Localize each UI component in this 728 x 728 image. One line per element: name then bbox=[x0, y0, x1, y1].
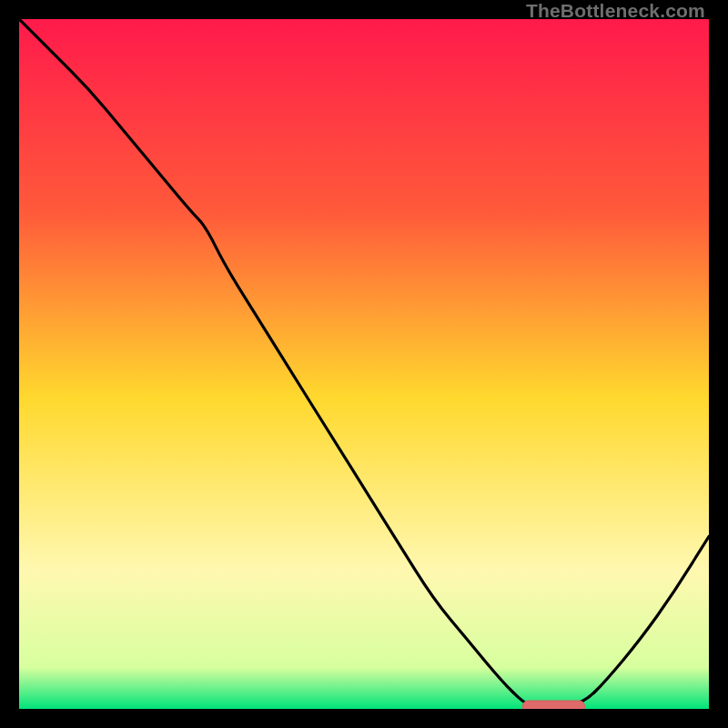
bottleneck-chart bbox=[19, 19, 709, 709]
optimum-marker bbox=[522, 701, 584, 709]
gradient-background bbox=[19, 19, 709, 709]
chart-frame bbox=[19, 19, 709, 709]
